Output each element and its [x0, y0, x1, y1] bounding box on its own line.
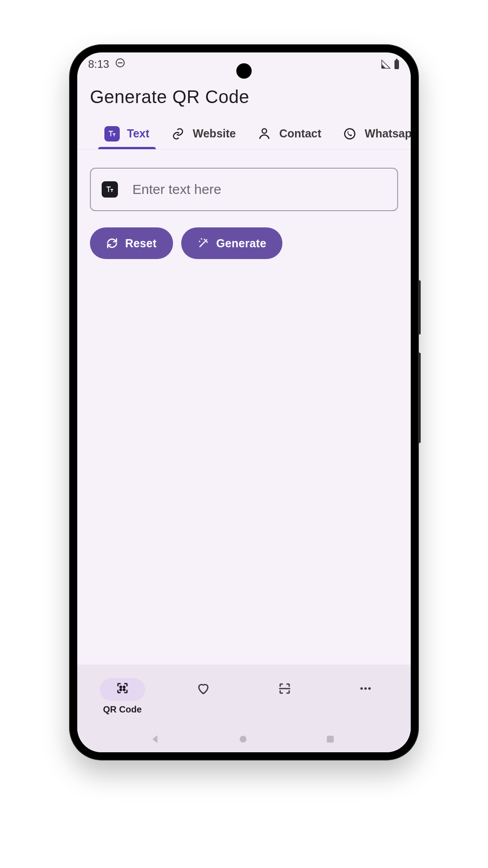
refresh-icon [106, 237, 118, 249]
status-time: 8:13 [88, 58, 109, 71]
text-input[interactable] [132, 182, 386, 197]
button-label: Reset [125, 237, 157, 250]
svg-point-9 [361, 687, 363, 690]
link-icon [170, 126, 186, 142]
more-icon [359, 682, 372, 698]
magic-wand-icon [197, 237, 209, 249]
bottom-nav: QR Code [77, 665, 411, 728]
scan-icon [278, 682, 291, 698]
svg-point-11 [368, 687, 371, 690]
svg-point-5 [120, 686, 122, 688]
svg-point-10 [365, 687, 367, 690]
tab-label: Website [193, 127, 236, 140]
reset-button[interactable]: Reset [90, 227, 173, 259]
nav-more[interactable] [336, 678, 395, 714]
svg-point-7 [120, 689, 122, 691]
device-frame: 8:13 [70, 45, 418, 760]
tab-whatsapp[interactable]: Whatsapp [336, 118, 411, 149]
text-icon [104, 126, 120, 142]
svg-point-8 [123, 689, 125, 691]
nav-qr-code[interactable]: QR Code [93, 678, 152, 715]
tab-website[interactable]: Website [164, 118, 242, 149]
text-icon [102, 181, 118, 198]
svg-point-6 [123, 686, 125, 688]
tab-label: Whatsapp [365, 127, 411, 140]
recents-icon[interactable] [324, 733, 338, 747]
tab-label: Contact [279, 127, 321, 140]
svg-point-3 [262, 128, 267, 133]
action-row: Reset Generate [77, 211, 411, 259]
dnd-icon [115, 57, 126, 71]
nav-label: QR Code [103, 704, 142, 715]
screen: 8:13 [77, 52, 411, 752]
generate-button[interactable]: Generate [181, 227, 283, 259]
button-label: Generate [216, 237, 267, 250]
page-title: Generate QR Code [77, 76, 411, 118]
battery-icon [394, 59, 400, 70]
heart-icon [197, 682, 210, 698]
text-input-container[interactable] [90, 168, 398, 211]
nav-favorites[interactable] [174, 678, 233, 714]
nav-scan[interactable] [255, 678, 314, 714]
tab-bar: Text Website Contact [77, 118, 411, 150]
camera-punch-hole [236, 63, 252, 79]
home-icon[interactable] [237, 733, 251, 747]
svg-rect-1 [394, 60, 399, 69]
tab-label: Text [127, 127, 150, 140]
person-icon [257, 126, 272, 142]
whatsapp-icon [342, 126, 357, 142]
android-nav-bar [77, 728, 411, 752]
svg-point-12 [239, 736, 246, 742]
back-icon[interactable] [150, 733, 164, 747]
svg-rect-13 [327, 736, 333, 742]
tab-contact[interactable]: Contact [250, 118, 328, 149]
signal-icon [381, 59, 391, 69]
side-button [418, 353, 421, 443]
tab-text[interactable]: Text [98, 118, 156, 149]
qr-icon [116, 681, 129, 697]
side-button [418, 280, 421, 335]
svg-point-4 [345, 128, 355, 139]
svg-rect-2 [396, 59, 398, 60]
